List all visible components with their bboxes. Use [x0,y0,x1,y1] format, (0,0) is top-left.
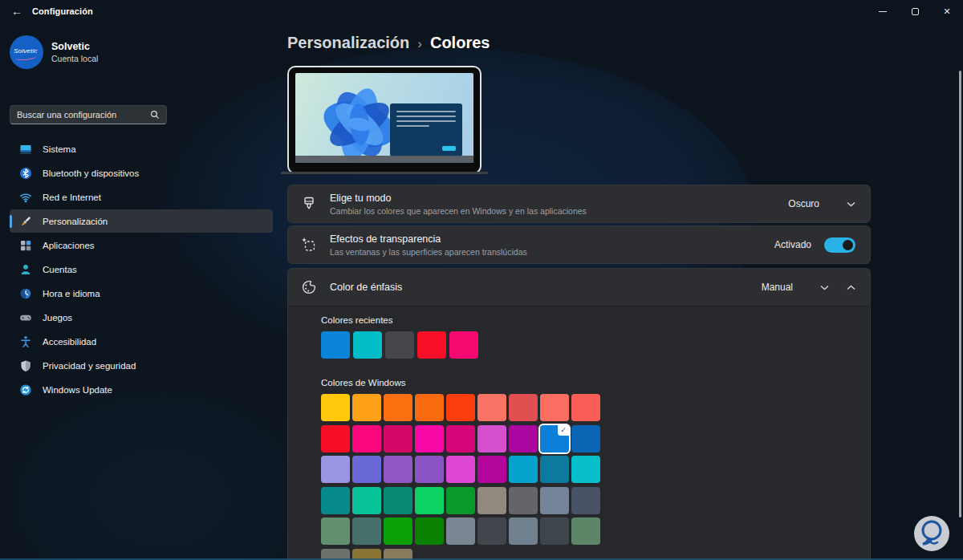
account-row[interactable]: Solvetic Solvetic Cuenta local [10,35,281,69]
sidebar-item-juegos[interactable]: Juegos [10,306,273,329]
windows-color-swatch[interactable] [446,394,475,421]
toggle-status-label: Activado [774,239,811,250]
toggle-knob [843,240,853,250]
sidebar-item-sistema[interactable]: Sistema [10,137,273,160]
sidebar-item-privacidad-y-seguridad[interactable]: Privacidad y seguridad [10,354,273,377]
windows-color-swatch[interactable] [509,487,538,514]
mode-brush-icon [301,196,317,212]
windows-color-swatch[interactable] [352,456,381,483]
preview-taskbar [295,156,473,163]
windows-color-swatch[interactable] [415,517,444,545]
windows-color-swatch[interactable] [509,517,538,545]
laptop-base [281,172,488,174]
sidebar-item-cuentas[interactable]: Cuentas [10,258,273,281]
chevron-down-icon[interactable] [820,285,829,290]
sidebar-item-windows-update[interactable]: Windows Update [10,378,273,401]
windows-color-swatch[interactable] [415,394,444,421]
windows-color-swatch[interactable] [446,425,475,452]
windows-color-swatch[interactable] [321,517,350,545]
search-input[interactable]: Buscar una configuración [10,105,167,124]
transparency-row[interactable]: Efectos de transparencia Las ventanas y … [287,225,871,264]
windows-color-swatch[interactable] [321,487,350,514]
paintbrush-icon [19,215,32,228]
windows-color-swatch[interactable] [477,487,506,514]
bluetooth-icon [19,167,32,180]
windows-color-swatch[interactable] [352,425,381,452]
windows-color-swatch[interactable] [321,456,350,483]
windows-color-swatch[interactable] [477,425,506,452]
transparency-toggle[interactable] [824,237,855,253]
sidebar-item-aplicaciones[interactable]: Aplicaciones [10,233,273,257]
windows-color-swatch[interactable] [384,456,412,483]
windows-colors-grid: ✓ [321,394,870,560]
windows-color-swatch[interactable] [446,456,475,483]
back-arrow-icon[interactable]: ← [5,5,29,18]
sidebar-item-accesibilidad[interactable]: Accesibilidad [10,330,273,353]
sidebar-item-red-e-internet[interactable]: Red e Internet [10,185,273,209]
mode-selected-value[interactable]: Oscuro [788,198,819,209]
accent-color-row[interactable]: Color de énfasis Manual [287,268,871,306]
chevron-up-icon[interactable] [847,285,855,290]
windows-color-swatch-selected[interactable]: ✓ [540,425,569,452]
windows-color-swatch[interactable] [509,394,538,421]
accent-color-panel: Colores recientes Colores de Windows ✓ [287,306,871,560]
breadcrumb-parent[interactable]: Personalización [287,34,409,52]
windows-color-swatch[interactable] [540,487,569,514]
windows-color-swatch[interactable] [477,517,506,545]
recent-color-swatch[interactable] [417,331,446,359]
windows-color-swatch[interactable] [540,456,569,483]
windows-color-swatch[interactable] [571,487,600,514]
windows-color-swatch[interactable] [352,517,381,545]
windows-color-swatch[interactable] [571,425,600,452]
titlebar: ← Configuración ✕ [0,0,963,22]
maximize-button[interactable] [899,0,931,22]
sidebar-item-label: Red e Internet [43,193,101,202]
windows-color-swatch[interactable] [352,394,381,421]
sidebar-item-label: Bluetooth y dispositivos [43,168,139,178]
windows-color-swatch[interactable] [477,394,506,421]
windows-color-swatch[interactable] [477,456,506,483]
sidebar-item-label: Personalización [43,217,108,226]
choose-mode-row[interactable]: Elige tu modo Cambiar los colores que ap… [287,185,871,223]
windows-color-swatch[interactable] [384,517,412,545]
windows-color-swatch[interactable] [540,517,569,545]
windows-color-swatch[interactable] [509,425,538,452]
windows-color-swatch[interactable] [321,394,350,421]
recent-colors-grid [321,331,870,359]
sidebar-item-personalizaci-n[interactable]: Personalización [10,209,273,233]
windows-color-swatch[interactable] [571,394,600,421]
windows-color-swatch[interactable] [571,456,600,483]
scrollbar[interactable] [959,71,961,517]
windows-color-swatch[interactable] [415,456,444,483]
recent-color-swatch[interactable] [449,331,478,359]
windows-color-swatch[interactable] [321,425,350,452]
windows-color-swatch[interactable] [446,517,475,545]
sidebar-item-hora-e-idioma[interactable]: Hora e idioma [10,282,273,305]
main-content: Personalización › Colores [287,22,871,560]
sidebar-item-bluetooth-y-dispositivos[interactable]: Bluetooth y dispositivos [10,161,273,185]
accent-title: Color de énfasis [330,282,762,293]
sidebar-item-label: Cuentas [43,265,77,274]
wifi-icon [19,191,32,204]
avatar-swoosh [15,54,37,62]
recent-color-swatch[interactable] [385,331,414,359]
windows-color-swatch[interactable] [415,425,444,452]
accent-selected-value[interactable]: Manual [762,282,793,293]
minimize-button[interactable] [867,0,899,22]
close-button[interactable]: ✕ [931,0,963,22]
chevron-down-icon[interactable] [847,201,855,207]
windows-color-swatch[interactable] [415,487,444,514]
sidebar-nav: SistemaBluetooth y dispositivosRed e Int… [3,136,278,402]
recent-color-swatch[interactable] [321,331,350,359]
windows-color-swatch[interactable] [384,394,412,421]
window-controls: ✕ [867,0,963,22]
solvetic-bubble-icon [912,513,952,554]
windows-color-swatch[interactable] [446,487,475,514]
windows-color-swatch[interactable] [384,425,412,452]
windows-color-swatch[interactable] [352,487,381,514]
windows-color-swatch[interactable] [540,394,569,421]
windows-color-swatch[interactable] [509,456,538,483]
recent-color-swatch[interactable] [353,331,382,359]
windows-color-swatch[interactable] [384,487,412,514]
windows-color-swatch[interactable] [571,517,600,545]
